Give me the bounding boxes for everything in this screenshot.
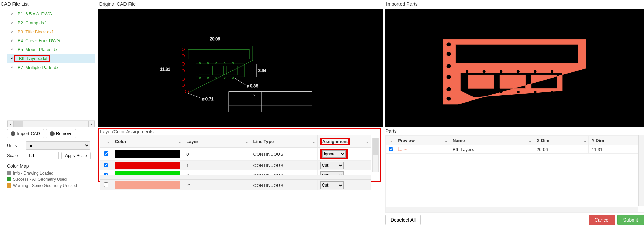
table-row: 1 CONTINUOUS Cut: [100, 161, 371, 170]
table-row[interactable]: B6_Layers 20.06 11.31: [386, 145, 644, 154]
check-icon: ✔: [11, 65, 15, 70]
swatch-green-icon: [7, 177, 11, 181]
file-list-title: CAD File List: [0, 0, 96, 9]
svg-point-17: [199, 77, 201, 78]
svg-rect-11: [226, 66, 237, 75]
svg-point-18: [207, 77, 209, 78]
col-select[interactable]: ⌄: [386, 136, 395, 145]
scroll-left-icon[interactable]: ‹: [7, 121, 13, 127]
imported-parts-panel: Imported Parts: [383, 0, 644, 127]
row-checkbox[interactable]: [104, 182, 108, 187]
col-preview[interactable]: Preview⌄: [395, 136, 450, 145]
scroll-right-icon[interactable]: ›: [88, 121, 95, 127]
svg-text:⌀ 0.35: ⌀ 0.35: [247, 84, 258, 88]
assignment-select[interactable]: Ignore: [322, 150, 346, 158]
svg-point-44: [447, 97, 451, 101]
file-name: B1_6.5 x 8 .DWG: [15, 11, 52, 16]
color-swatch: [115, 181, 180, 189]
col-xdim[interactable]: X Dim⌄: [534, 136, 589, 145]
svg-point-41: [447, 64, 451, 68]
deselect-all-button[interactable]: Deselect All: [385, 215, 421, 225]
svg-point-20: [224, 77, 225, 78]
parts-table: ⌄ Preview⌄ Name⌄ X Dim⌄ Y Dim⌄: [386, 135, 644, 154]
legend-success: Success - All Geometry Used: [7, 176, 96, 182]
remove-label: Remove: [56, 131, 72, 136]
file-name: B6_Layers.dxf: [17, 56, 47, 61]
parts-vscroll[interactable]: [638, 135, 644, 206]
svg-point-52: [483, 91, 486, 93]
svg-point-27: [182, 84, 185, 87]
col-color[interactable]: Color⌄: [112, 135, 183, 148]
color-swatch: [115, 150, 180, 158]
file-item[interactable]: ✔ B3_Title Block.dxf: [7, 27, 95, 36]
parts-hscroll[interactable]: [386, 207, 638, 212]
svg-text:20.06: 20.06: [210, 37, 220, 42]
svg-point-50: [551, 70, 553, 73]
cancel-button[interactable]: Cancel: [589, 215, 616, 225]
chevron-down-icon: ⌄: [584, 139, 586, 142]
swatch-grey-icon: [7, 171, 11, 175]
import-cad-button[interactable]: + Import CAD: [7, 129, 44, 138]
assignments-hscroll[interactable]: [100, 175, 371, 180]
file-list-hscroll[interactable]: ‹ ›: [7, 120, 95, 127]
assignments-title: Layer/Color Assignments: [100, 129, 371, 134]
file-item[interactable]: ✔ B4_Clevis Fork.DWG: [7, 36, 95, 45]
row-checkbox[interactable]: [389, 147, 393, 151]
minus-icon: −: [50, 131, 55, 136]
svg-point-43: [447, 87, 451, 91]
svg-point-45: [466, 70, 468, 73]
svg-point-25: [182, 69, 185, 72]
col-line-type[interactable]: Line Type⌄: [250, 135, 317, 148]
check-icon: ✔: [11, 47, 15, 52]
original-cad-viewer[interactable]: A: [98, 9, 383, 127]
assignment-select[interactable]: Cut: [320, 181, 344, 189]
check-icon: ✔: [11, 38, 15, 43]
col-select[interactable]: ⌄: [100, 135, 112, 148]
import-label: Import CAD: [17, 131, 40, 136]
check-icon: ✔: [11, 21, 15, 25]
svg-point-48: [517, 70, 520, 73]
file-name: B7_Multiple Parts.dxf: [15, 65, 60, 70]
col-layer[interactable]: Layer⌄: [183, 135, 250, 148]
chevron-down-icon: ⌄: [445, 139, 448, 142]
assignments-vscroll[interactable]: [372, 138, 379, 172]
swatch-orange-icon: [7, 183, 11, 188]
file-item[interactable]: ✔ B2_Clamp.dxf: [7, 18, 95, 27]
svg-point-53: [500, 91, 502, 93]
col-assignment[interactable]: Assignment ⌄: [317, 135, 371, 148]
svg-point-42: [447, 75, 451, 79]
scale-input[interactable]: [26, 152, 59, 159]
chevron-down-icon: ⌄: [107, 140, 110, 143]
part-xdim: 20.06: [534, 145, 589, 154]
svg-point-51: [466, 91, 468, 93]
chevron-down-icon: ⌄: [366, 140, 369, 143]
file-item[interactable]: ✔ B5_Mount Plates.dxf: [7, 45, 95, 54]
file-list-panel: CAD File List ✔ B1_6.5 x 8 .DWG ✔ B2_Cla…: [0, 0, 96, 127]
remove-button[interactable]: − Remove: [46, 129, 76, 138]
row-checkbox[interactable]: [104, 163, 108, 167]
file-name: B4_Clevis Fork.DWG: [15, 38, 60, 43]
apply-scale-button[interactable]: Apply Scale: [61, 152, 91, 159]
chevron-down-icon: ⌄: [178, 140, 181, 143]
file-item[interactable]: ✔ B7_Multiple Parts.dxf: [7, 63, 95, 72]
col-name[interactable]: Name⌄: [450, 136, 534, 145]
file-item-selected[interactable]: ✔ B6_Layers.dxf: [7, 54, 95, 63]
imported-parts-viewer[interactable]: [385, 9, 644, 127]
layer-cell: 0: [183, 148, 250, 161]
assignment-select[interactable]: Cut: [320, 162, 344, 169]
col-ydim[interactable]: Y Dim⌄: [589, 136, 644, 145]
svg-point-49: [534, 70, 537, 73]
svg-point-23: [182, 54, 185, 57]
submit-button[interactable]: Submit: [617, 215, 644, 225]
check-icon: ✔: [11, 12, 15, 16]
svg-line-35: [234, 78, 246, 85]
file-item[interactable]: ✔ B1_6.5 x 8 .DWG: [7, 9, 95, 18]
file-name: B5_Mount Plates.dxf: [15, 47, 59, 52]
svg-text:11.31: 11.31: [160, 67, 170, 72]
legend-info: Info - Drawing Loaded: [7, 170, 96, 176]
row-checkbox[interactable]: [104, 151, 108, 156]
parts-title: Parts: [385, 128, 644, 135]
svg-point-16: [232, 62, 234, 64]
legend-warning: Warning - Some Geometry Unused: [7, 182, 96, 189]
units-select[interactable]: in: [26, 141, 90, 150]
